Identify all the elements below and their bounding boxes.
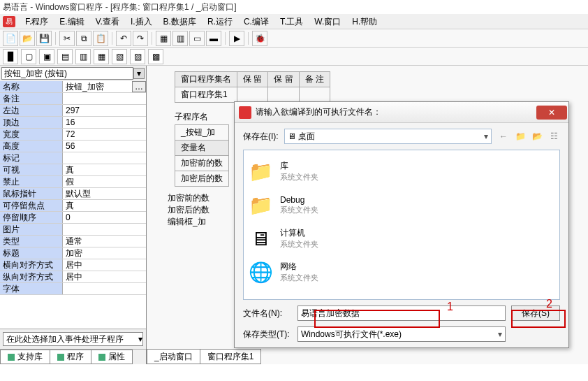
tab-support[interactable]: 支持库 [0, 350, 50, 364]
prop-name: 停留顺序 [0, 212, 63, 223]
undo-icon[interactable]: ↶ [116, 31, 131, 46]
view-icon[interactable]: ☷ [547, 130, 560, 143]
sep [55, 32, 56, 45]
save-icon[interactable]: 💾 [36, 31, 52, 46]
desktop-icon: 🖥 [288, 131, 296, 141]
menu-run[interactable]: R.运行 [202, 14, 238, 29]
prop-value[interactable]: 16 [63, 117, 146, 128]
folder-icon: 🌐 [248, 259, 273, 285]
book-icon [8, 354, 15, 361]
dropdown-icon[interactable]: ▾ [138, 334, 142, 344]
prop-value[interactable] [63, 93, 146, 104]
comp-icon[interactable]: ▩ [148, 49, 163, 64]
prop-name: 可停留焦点 [0, 200, 63, 211]
align2-icon[interactable]: ▥ [172, 31, 188, 46]
redo-icon[interactable]: ↷ [133, 31, 148, 46]
comp-icon[interactable]: ▧ [112, 49, 127, 64]
prop-name: 宽度 [0, 129, 63, 140]
ellipsis-button[interactable]: … [132, 81, 146, 92]
prop-name: 备注 [0, 93, 63, 104]
menu-tools[interactable]: T.工具 [274, 14, 309, 29]
prop-value[interactable]: 加密 [63, 247, 146, 259]
cell[interactable]: 窗口程序集1 [175, 87, 237, 103]
comp-icon[interactable]: ▦ [94, 49, 109, 64]
annotation-label-1: 1 [447, 301, 453, 313]
properties-panel: 按钮_加密 (按钮) ▾ 名称按钮_加密…备注左边297顶边16宽度72高度56… [0, 66, 147, 364]
debug-icon[interactable]: 🐞 [252, 31, 267, 46]
sep [225, 32, 226, 45]
folder-list[interactable]: 📁库系统文件夹📁Debug系统文件夹🖥计算机系统文件夹🌐网络系统文件夹 [243, 150, 560, 300]
folder-icon: 🖥 [248, 226, 273, 251]
prop-value[interactable] [63, 152, 146, 164]
open-icon[interactable]: 📂 [20, 31, 35, 46]
menu-db[interactable]: B.数据库 [158, 14, 202, 29]
tab-prop[interactable]: 属性 [91, 350, 133, 364]
sub-toolbar: ▉ ▢ ▣ ▤ ▥ ▦ ▧ ▨ ▩ [0, 48, 588, 66]
align3-icon[interactable]: ▭ [189, 31, 205, 46]
prop-value[interactable]: 72 [63, 129, 146, 140]
save-location-combo[interactable]: 🖥 桌面 ▾ [284, 129, 492, 144]
prop-name: 顶边 [0, 117, 63, 128]
prop-value[interactable]: 居中 [63, 271, 146, 282]
comp-icon[interactable]: ▥ [75, 49, 91, 64]
newfolder-icon[interactable]: 📂 [531, 130, 543, 143]
run-icon[interactable]: ▶ [229, 31, 244, 46]
paste-icon[interactable]: 📋 [93, 31, 108, 46]
filetype-combo[interactable]: Windows可执行文件(*.exe) ▾ [297, 326, 506, 342]
prop-value[interactable]: 默认型 [63, 188, 146, 199]
left-tabs: 支持库 程序 属性 [0, 349, 146, 364]
menu-help[interactable]: H.帮助 [346, 14, 383, 29]
prop-name: 左边 [0, 105, 63, 116]
prop-name: 类型 [0, 236, 63, 247]
event-selector[interactable]: 在此处选择加入事件处理子程序 ▾ [3, 332, 143, 346]
folder-item[interactable]: 📁Debug系统文件夹 [248, 188, 555, 222]
align4-icon[interactable]: ▬ [206, 31, 221, 46]
prop-value[interactable]: 297 [63, 105, 146, 116]
prop-value[interactable]: 0 [63, 212, 146, 223]
prop-value[interactable] [63, 224, 146, 235]
folder-icon: 📁 [248, 192, 273, 217]
prop-value[interactable]: 56 [63, 141, 146, 152]
programset-table: 窗口程序集名 保 留 保 留 备 注 窗口程序集1 [175, 71, 330, 103]
cell[interactable]: 加密前的数 [175, 156, 229, 171]
cut-icon[interactable]: ✂ [59, 31, 75, 46]
cell[interactable]: 加密后的数 [175, 171, 229, 187]
comp-icon[interactable]: ▨ [130, 49, 145, 64]
col-res1: 保 留 [237, 72, 268, 87]
menu-insert[interactable]: I.插入 [125, 14, 158, 29]
tab-progset[interactable]: 窗口程序集1 [200, 349, 262, 364]
new-icon[interactable]: 📄 [3, 31, 18, 46]
dropdown-icon[interactable]: ▾ [133, 68, 145, 79]
menu-compile[interactable]: C.编译 [238, 14, 274, 29]
up-icon[interactable]: 📁 [514, 130, 527, 143]
cell[interactable]: _按钮_加 [175, 125, 229, 141]
prop-value[interactable] [63, 283, 146, 294]
tab-startwin[interactable]: _启动窗口 [147, 349, 200, 364]
prop-value[interactable]: 真 [63, 164, 146, 175]
folder-item[interactable]: 🌐网络系统文件夹 [248, 255, 555, 289]
prop-value[interactable]: 按钮_加密 [63, 81, 132, 92]
folder-icon: 📁 [248, 159, 273, 184]
object-selector[interactable]: 按钮_加密 (按钮) [1, 67, 133, 80]
tab-program[interactable]: 程序 [50, 350, 91, 364]
close-button[interactable]: ✕ [536, 106, 567, 120]
menu-window[interactable]: W.窗口 [309, 14, 346, 29]
prop-value[interactable]: 假 [63, 176, 146, 187]
menu-program[interactable]: F.程序 [20, 14, 54, 29]
comp-icon[interactable]: ▤ [57, 49, 73, 64]
comp-icon[interactable]: ▢ [21, 49, 36, 64]
prop-value[interactable]: 真 [63, 200, 146, 211]
back-icon[interactable]: ← [497, 130, 510, 143]
comp-icon[interactable]: ▣ [39, 49, 54, 64]
menu-edit[interactable]: E.编辑 [54, 14, 89, 29]
folder-item[interactable]: 📁库系统文件夹 [248, 154, 555, 188]
col-name: 窗口程序集名 [175, 72, 237, 87]
menu-view[interactable]: V.查看 [90, 14, 125, 29]
app-icon: 易 [3, 16, 15, 27]
prop-value[interactable]: 通常 [63, 236, 146, 247]
align1-icon[interactable]: ▦ [156, 31, 171, 46]
prop-value[interactable]: 居中 [63, 259, 146, 271]
comp-icon[interactable]: ▉ [3, 49, 18, 64]
copy-icon[interactable]: ⧉ [76, 31, 91, 46]
folder-item[interactable]: 🖥计算机系统文件夹 [248, 222, 555, 255]
